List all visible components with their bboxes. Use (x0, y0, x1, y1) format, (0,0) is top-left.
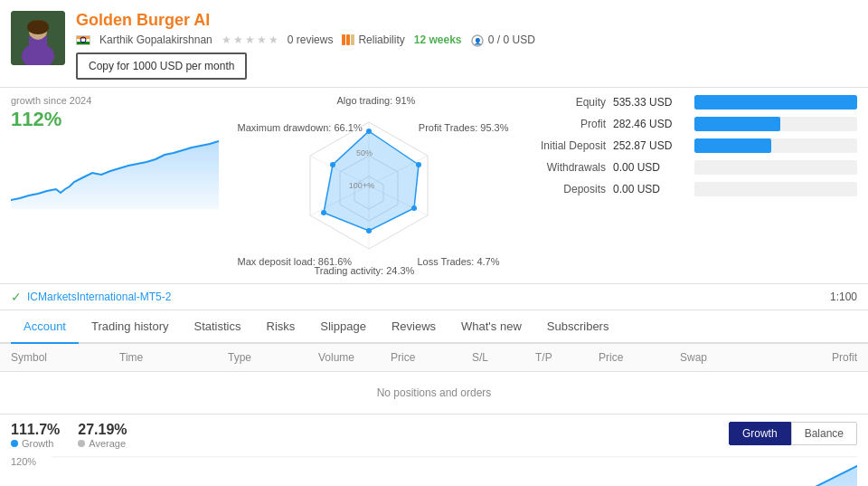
leverage-value: 1:100 (830, 291, 857, 303)
svg-point-15 (366, 129, 372, 134)
growth-stat-value: 111.7% (11, 422, 60, 438)
reliability-label: Reliability (358, 33, 404, 46)
col-type: Type (228, 351, 318, 364)
equity-label-deposit: Initial Deposit (514, 139, 613, 152)
weeks-badge: 12 weeks (414, 33, 462, 46)
bottom-stats: 111.7% Growth 27.19% Average Growth Bala… (11, 422, 857, 449)
rel-bar-2 (346, 34, 350, 45)
broker-link[interactable]: ICMarketsInternational-MT5-2 (27, 291, 171, 303)
growth-chart (11, 137, 219, 209)
equity-label-equity: Equity (514, 96, 613, 109)
equity-value-withdrawals: 0.00 USD (613, 161, 694, 174)
tab-account[interactable]: Account (11, 310, 79, 344)
svg-text:👤: 👤 (473, 37, 481, 45)
growth-dot (11, 440, 18, 447)
equity-bar-equity (694, 95, 857, 110)
col-tp: T/P (535, 351, 599, 364)
radar-algo-label: Algo trading: 91% (337, 95, 416, 106)
stats-section: growth since 2024 112% Algo trading: 91%… (0, 88, 868, 284)
flag-icon (76, 35, 90, 45)
col-sl: S/L (472, 351, 535, 364)
equity-label-deposits: Deposits (514, 183, 613, 195)
avatar (11, 11, 65, 65)
broker-row: ✓ ICMarketsInternational-MT5-2 1:100 (0, 284, 868, 310)
reliability-badge: Reliability (342, 33, 404, 46)
balance-button[interactable]: Balance (791, 422, 857, 445)
reliability-bars (342, 34, 354, 45)
author-name: Karthik Gopalakirshnan (99, 33, 212, 46)
equity-row-deposits: Deposits 0.00 USD (514, 182, 857, 196)
y-label-120: 120% (11, 456, 48, 467)
growth-button[interactable]: Growth (729, 422, 791, 445)
svg-point-18 (366, 228, 372, 233)
growth-panel: growth since 2024 112% (11, 95, 232, 276)
svg-text:50%: 50% (355, 148, 372, 157)
svg-point-20 (330, 162, 335, 167)
equity-bar-container-deposit (694, 138, 857, 153)
tab-bar: Account Trading history Statistics Risks… (0, 310, 868, 344)
radar-panel: Algo trading: 91% Profit Trades: 95.3% L… (232, 95, 514, 276)
equity-value-deposit: 252.87 USD (613, 139, 694, 152)
col-price2: Price (599, 351, 680, 364)
equity-bar-container-profit (694, 117, 857, 131)
equity-row-profit: Profit 282.46 USD (514, 117, 857, 131)
svg-point-5 (27, 20, 49, 34)
col-time: Time (119, 351, 228, 364)
header-info: Golden Burger AI Karthik Gopalakirshnan … (76, 11, 857, 80)
equity-bar-container-deposits (694, 182, 857, 196)
equity-value-equity: 535.33 USD (613, 96, 694, 109)
svg-point-17 (411, 205, 417, 211)
col-volume: Volume (318, 351, 391, 364)
svg-point-19 (321, 210, 326, 215)
equity-row-withdrawals: Withdrawals 0.00 USD (514, 160, 857, 175)
copy-button[interactable]: Copy for 1000 USD per month (76, 52, 247, 80)
page-title: Golden Burger AI (76, 11, 857, 30)
page-header: Golden Burger AI Karthik Gopalakirshnan … (0, 0, 868, 88)
equity-bar-container-withdrawals (694, 160, 857, 175)
equity-bar-profit (694, 117, 780, 131)
tab-subscribers[interactable]: Subscribers (534, 310, 622, 344)
tab-whats-new[interactable]: What's new (448, 310, 534, 344)
avg-stat-value: 27.19% (78, 422, 127, 438)
equity-row-deposit: Initial Deposit 252.87 USD (514, 138, 857, 153)
no-data-message: No positions and orders (0, 372, 868, 415)
col-profit: Profit (743, 351, 857, 364)
growth-value: 112% (11, 108, 232, 131)
radar-svg: 50% 100+% (288, 118, 450, 253)
tab-reviews[interactable]: Reviews (379, 310, 448, 344)
avg-dot (78, 440, 85, 447)
equity-value-deposits: 0.00 USD (613, 183, 694, 195)
copies-count: 👤 0 / 0 USD (471, 33, 535, 47)
growth-since-label: growth since 2024 (11, 95, 232, 106)
chart-type-buttons: Growth Balance (729, 422, 857, 445)
verified-icon: ✓ (11, 290, 22, 304)
stat-box-avg: 27.19% Average (78, 422, 127, 449)
stat-box-growth: 111.7% Growth (11, 422, 60, 449)
bottom-growth-panel: 111.7% Growth 27.19% Average Growth Bala… (0, 415, 868, 486)
star-rating: ★ ★ ★ ★ ★ (222, 33, 278, 46)
equity-bar-deposit (694, 138, 771, 153)
rel-bar-3 (351, 34, 354, 45)
svg-text:100+%: 100+% (348, 181, 373, 190)
equity-row-equity: Equity 535.33 USD (514, 95, 857, 110)
tab-slippage[interactable]: Slippage (307, 310, 379, 344)
svg-point-16 (416, 162, 421, 167)
rel-bar-1 (342, 34, 345, 45)
tab-trading-history[interactable]: Trading history (79, 310, 182, 344)
header-meta: Karthik Gopalakirshnan ★ ★ ★ ★ ★ 0 revie… (76, 33, 857, 47)
growth-chart-svg (52, 456, 857, 486)
reviews-count: 0 reviews (288, 33, 334, 46)
bottom-left-stats: 111.7% Growth 27.19% Average (11, 422, 127, 449)
radar-loss-label: Loss Trades: 4.7% (417, 256, 499, 267)
table-header: Symbol Time Type Volume Price S/L T/P Pr… (0, 344, 868, 372)
y-axis-labels: 120% 100% 80% 60% 40% (11, 456, 52, 486)
bottom-chart-area: 120% 100% 80% 60% 40% (11, 456, 857, 486)
tab-risks[interactable]: Risks (254, 310, 308, 344)
equity-label-withdrawals: Withdrawals (514, 161, 613, 174)
col-price: Price (391, 351, 472, 364)
equity-bar-container-equity (694, 95, 857, 110)
col-swap: Swap (680, 351, 743, 364)
avg-stat-label: Average (78, 438, 127, 449)
tab-statistics[interactable]: Statistics (181, 310, 253, 344)
col-symbol: Symbol (11, 351, 119, 364)
